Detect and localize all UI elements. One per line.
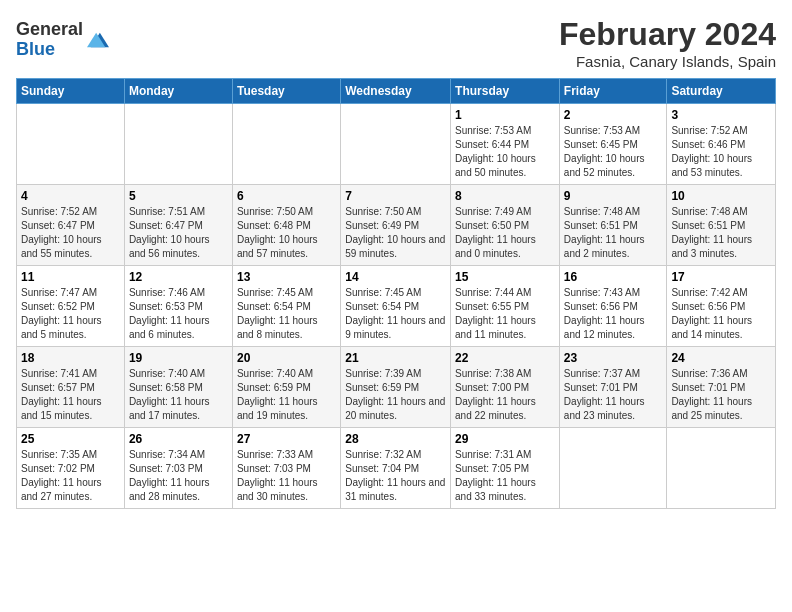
day-info: Sunrise: 7:48 AMSunset: 6:51 PMDaylight:… [671, 205, 771, 261]
logo-general-text: General [16, 20, 83, 40]
col-header-thursday: Thursday [451, 79, 560, 104]
day-cell: 4Sunrise: 7:52 AMSunset: 6:47 PMDaylight… [17, 185, 125, 266]
day-cell: 19Sunrise: 7:40 AMSunset: 6:58 PMDayligh… [124, 347, 232, 428]
day-cell: 14Sunrise: 7:45 AMSunset: 6:54 PMDayligh… [341, 266, 451, 347]
day-number: 1 [455, 108, 555, 122]
calendar-body: 1Sunrise: 7:53 AMSunset: 6:44 PMDaylight… [17, 104, 776, 509]
day-cell: 17Sunrise: 7:42 AMSunset: 6:56 PMDayligh… [667, 266, 776, 347]
day-number: 24 [671, 351, 771, 365]
day-number: 27 [237, 432, 336, 446]
calendar-table: SundayMondayTuesdayWednesdayThursdayFrid… [16, 78, 776, 509]
day-info: Sunrise: 7:51 AMSunset: 6:47 PMDaylight:… [129, 205, 228, 261]
day-number: 13 [237, 270, 336, 284]
day-number: 25 [21, 432, 120, 446]
col-header-monday: Monday [124, 79, 232, 104]
day-number: 6 [237, 189, 336, 203]
day-info: Sunrise: 7:46 AMSunset: 6:53 PMDaylight:… [129, 286, 228, 342]
day-cell: 9Sunrise: 7:48 AMSunset: 6:51 PMDaylight… [559, 185, 667, 266]
day-cell: 26Sunrise: 7:34 AMSunset: 7:03 PMDayligh… [124, 428, 232, 509]
day-number: 9 [564, 189, 663, 203]
day-cell: 28Sunrise: 7:32 AMSunset: 7:04 PMDayligh… [341, 428, 451, 509]
day-info: Sunrise: 7:52 AMSunset: 6:47 PMDaylight:… [21, 205, 120, 261]
day-number: 14 [345, 270, 446, 284]
day-info: Sunrise: 7:43 AMSunset: 6:56 PMDaylight:… [564, 286, 663, 342]
day-cell: 27Sunrise: 7:33 AMSunset: 7:03 PMDayligh… [232, 428, 340, 509]
day-info: Sunrise: 7:33 AMSunset: 7:03 PMDaylight:… [237, 448, 336, 504]
day-info: Sunrise: 7:48 AMSunset: 6:51 PMDaylight:… [564, 205, 663, 261]
day-number: 7 [345, 189, 446, 203]
day-cell: 3Sunrise: 7:52 AMSunset: 6:46 PMDaylight… [667, 104, 776, 185]
day-cell: 21Sunrise: 7:39 AMSunset: 6:59 PMDayligh… [341, 347, 451, 428]
day-info: Sunrise: 7:31 AMSunset: 7:05 PMDaylight:… [455, 448, 555, 504]
day-info: Sunrise: 7:47 AMSunset: 6:52 PMDaylight:… [21, 286, 120, 342]
day-info: Sunrise: 7:53 AMSunset: 6:44 PMDaylight:… [455, 124, 555, 180]
day-cell [341, 104, 451, 185]
day-cell: 15Sunrise: 7:44 AMSunset: 6:55 PMDayligh… [451, 266, 560, 347]
day-number: 5 [129, 189, 228, 203]
day-cell [124, 104, 232, 185]
day-number: 26 [129, 432, 228, 446]
week-row-5: 25Sunrise: 7:35 AMSunset: 7:02 PMDayligh… [17, 428, 776, 509]
week-row-1: 1Sunrise: 7:53 AMSunset: 6:44 PMDaylight… [17, 104, 776, 185]
day-info: Sunrise: 7:53 AMSunset: 6:45 PMDaylight:… [564, 124, 663, 180]
day-number: 18 [21, 351, 120, 365]
day-cell [232, 104, 340, 185]
day-cell [559, 428, 667, 509]
col-header-tuesday: Tuesday [232, 79, 340, 104]
day-cell: 10Sunrise: 7:48 AMSunset: 6:51 PMDayligh… [667, 185, 776, 266]
day-cell: 23Sunrise: 7:37 AMSunset: 7:01 PMDayligh… [559, 347, 667, 428]
day-number: 4 [21, 189, 120, 203]
day-cell: 7Sunrise: 7:50 AMSunset: 6:49 PMDaylight… [341, 185, 451, 266]
logo: General Blue [16, 20, 109, 60]
calendar-header-row: SundayMondayTuesdayWednesdayThursdayFrid… [17, 79, 776, 104]
day-info: Sunrise: 7:37 AMSunset: 7:01 PMDaylight:… [564, 367, 663, 423]
day-info: Sunrise: 7:39 AMSunset: 6:59 PMDaylight:… [345, 367, 446, 423]
day-cell: 5Sunrise: 7:51 AMSunset: 6:47 PMDaylight… [124, 185, 232, 266]
day-cell: 13Sunrise: 7:45 AMSunset: 6:54 PMDayligh… [232, 266, 340, 347]
day-number: 10 [671, 189, 771, 203]
day-cell: 18Sunrise: 7:41 AMSunset: 6:57 PMDayligh… [17, 347, 125, 428]
day-info: Sunrise: 7:52 AMSunset: 6:46 PMDaylight:… [671, 124, 771, 180]
day-cell [667, 428, 776, 509]
day-number: 2 [564, 108, 663, 122]
logo-icon [87, 29, 109, 51]
day-info: Sunrise: 7:45 AMSunset: 6:54 PMDaylight:… [237, 286, 336, 342]
day-cell: 1Sunrise: 7:53 AMSunset: 6:44 PMDaylight… [451, 104, 560, 185]
col-header-wednesday: Wednesday [341, 79, 451, 104]
day-cell: 11Sunrise: 7:47 AMSunset: 6:52 PMDayligh… [17, 266, 125, 347]
day-cell: 12Sunrise: 7:46 AMSunset: 6:53 PMDayligh… [124, 266, 232, 347]
day-cell: 25Sunrise: 7:35 AMSunset: 7:02 PMDayligh… [17, 428, 125, 509]
day-info: Sunrise: 7:35 AMSunset: 7:02 PMDaylight:… [21, 448, 120, 504]
day-cell: 6Sunrise: 7:50 AMSunset: 6:48 PMDaylight… [232, 185, 340, 266]
week-row-2: 4Sunrise: 7:52 AMSunset: 6:47 PMDaylight… [17, 185, 776, 266]
subtitle: Fasnia, Canary Islands, Spain [559, 53, 776, 70]
day-number: 19 [129, 351, 228, 365]
day-cell [17, 104, 125, 185]
col-header-saturday: Saturday [667, 79, 776, 104]
day-cell: 16Sunrise: 7:43 AMSunset: 6:56 PMDayligh… [559, 266, 667, 347]
day-cell: 22Sunrise: 7:38 AMSunset: 7:00 PMDayligh… [451, 347, 560, 428]
day-info: Sunrise: 7:32 AMSunset: 7:04 PMDaylight:… [345, 448, 446, 504]
day-number: 12 [129, 270, 228, 284]
day-number: 21 [345, 351, 446, 365]
day-info: Sunrise: 7:41 AMSunset: 6:57 PMDaylight:… [21, 367, 120, 423]
day-number: 23 [564, 351, 663, 365]
day-number: 20 [237, 351, 336, 365]
day-info: Sunrise: 7:42 AMSunset: 6:56 PMDaylight:… [671, 286, 771, 342]
col-header-friday: Friday [559, 79, 667, 104]
day-number: 15 [455, 270, 555, 284]
day-number: 3 [671, 108, 771, 122]
title-area: February 2024 Fasnia, Canary Islands, Sp… [559, 16, 776, 70]
week-row-4: 18Sunrise: 7:41 AMSunset: 6:57 PMDayligh… [17, 347, 776, 428]
day-info: Sunrise: 7:36 AMSunset: 7:01 PMDaylight:… [671, 367, 771, 423]
day-number: 8 [455, 189, 555, 203]
day-info: Sunrise: 7:38 AMSunset: 7:00 PMDaylight:… [455, 367, 555, 423]
page-header: General Blue February 2024 Fasnia, Canar… [16, 16, 776, 70]
day-cell: 8Sunrise: 7:49 AMSunset: 6:50 PMDaylight… [451, 185, 560, 266]
day-info: Sunrise: 7:49 AMSunset: 6:50 PMDaylight:… [455, 205, 555, 261]
day-info: Sunrise: 7:44 AMSunset: 6:55 PMDaylight:… [455, 286, 555, 342]
day-info: Sunrise: 7:40 AMSunset: 6:59 PMDaylight:… [237, 367, 336, 423]
day-cell: 2Sunrise: 7:53 AMSunset: 6:45 PMDaylight… [559, 104, 667, 185]
day-cell: 29Sunrise: 7:31 AMSunset: 7:05 PMDayligh… [451, 428, 560, 509]
day-number: 11 [21, 270, 120, 284]
